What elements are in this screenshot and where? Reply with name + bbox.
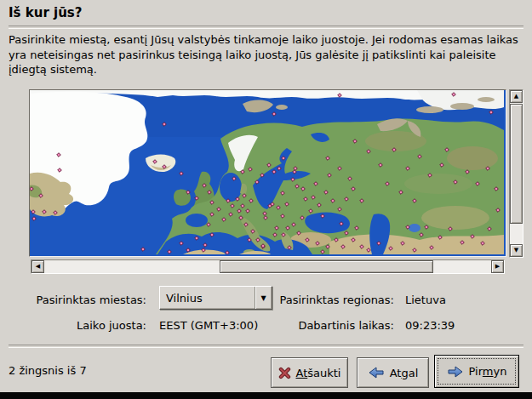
map-horizontal-scrollbar[interactable]: ◀ ▶: [31, 259, 505, 274]
timezone-value: EEST (GMT+3:00): [159, 319, 258, 332]
page-title: Iš kur jūs?: [9, 5, 82, 20]
forward-button-label: Pirmyn: [469, 365, 507, 378]
back-button-label: Atgal: [390, 367, 419, 379]
scroll-right-button[interactable]: ▶: [491, 260, 504, 273]
step-indicator: 2 žingsnis iš 7: [9, 364, 87, 377]
forward-button[interactable]: Pirmyn: [434, 355, 519, 388]
vertical-scrollbar-thumb[interactable]: [510, 104, 523, 224]
triangle-right-icon: ▶: [495, 264, 500, 270]
scroll-down-button[interactable]: ▼: [510, 244, 523, 257]
current-time-value: 09:23:39: [405, 319, 455, 332]
city-dropdown-value: Vilnius: [160, 292, 255, 305]
back-button[interactable]: Atgal: [357, 357, 429, 388]
horizontal-scrollbar-thumb[interactable]: [220, 260, 433, 273]
map-vertical-scrollbar[interactable]: ▲ ▼: [509, 89, 523, 258]
cancel-button-label: Atšaukti: [296, 367, 341, 379]
arrow-left-icon: [368, 366, 385, 379]
installer-timezone-screen: Iš kur jūs? Pasirinkite miestą, esantį J…: [0, 0, 532, 399]
selected-region-label: Pasirinktas regionas:: [258, 294, 394, 306]
scroll-up-button[interactable]: ▲: [510, 90, 523, 103]
current-time-label: Dabartinis laikas:: [258, 319, 394, 332]
screen-bottom-edge: [0, 392, 532, 399]
selected-region-value: Lietuva: [405, 294, 446, 306]
cancel-button[interactable]: Atšaukti: [271, 357, 348, 388]
triangle-up-icon: ▲: [514, 94, 518, 100]
selected-city-label: Pasirinktas miestas:: [10, 294, 146, 306]
footer-separator: [9, 345, 523, 348]
triangle-down-icon: ▼: [514, 248, 518, 254]
timezone-label: Laiko juosta:: [10, 319, 146, 332]
cancel-x-icon: [278, 367, 291, 379]
world-map-image[interactable]: [30, 90, 504, 254]
scroll-left-button[interactable]: ◀: [31, 260, 44, 273]
city-dropdown[interactable]: Vilnius ▼: [159, 286, 272, 310]
header-separator: [9, 26, 523, 29]
world-map[interactable]: [29, 89, 506, 257]
arrow-right-icon: [447, 365, 464, 379]
intro-text: Pasirinkite miestą, esantį Jūsų valstybė…: [9, 32, 524, 77]
triangle-left-icon: ◀: [36, 264, 40, 270]
